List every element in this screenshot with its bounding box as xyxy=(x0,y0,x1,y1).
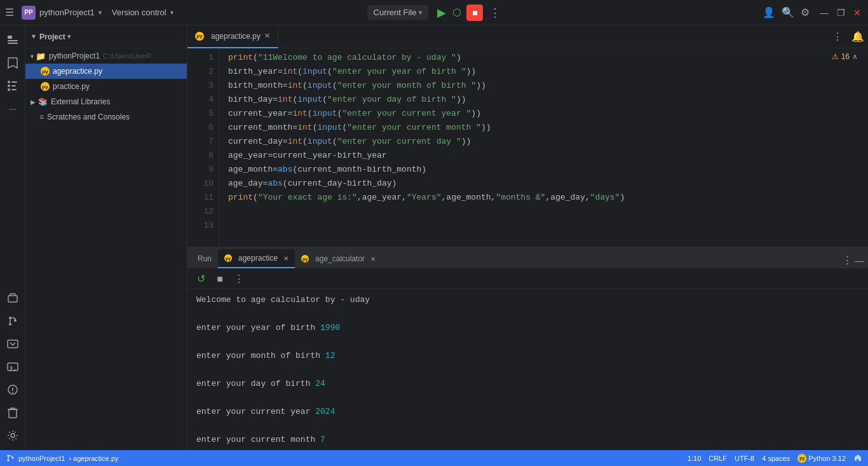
warning-bar[interactable]: ⚠ 16 ∧ xyxy=(832,52,858,61)
statusbar-line-ending[interactable]: CRLF xyxy=(709,454,727,463)
statusbar-file-label: agepractice.py xyxy=(73,455,119,462)
code-editor: 12345 678910 111213 print("11Welcome to … xyxy=(187,48,868,247)
svg-point-10 xyxy=(9,317,11,319)
warning-count: 16 xyxy=(841,52,850,61)
sidebar-item-python-packages[interactable] xyxy=(2,287,24,309)
run-tab-agepractice-label: agepractice xyxy=(238,254,278,263)
statusbar-right: 1:10 CRLF UTF-8 4 spaces py Python 3.12 xyxy=(688,454,862,463)
project-name[interactable]: pythonProject1 xyxy=(39,8,95,17)
tree-expand-icon: ▾ xyxy=(31,53,34,60)
statusbar-git-icon[interactable] xyxy=(853,454,862,463)
sidebar-item-structure[interactable] xyxy=(2,75,24,97)
svg-point-3 xyxy=(8,81,10,83)
notification-bell-icon[interactable]: 🔔 xyxy=(848,31,868,43)
current-file-selector[interactable]: Current File ▾ xyxy=(367,5,429,20)
rerun-button[interactable]: ↺ xyxy=(193,271,209,287)
search-icon[interactable]: 🔍 xyxy=(782,6,794,18)
tree-item-agepractice[interactable]: py agepractice.py xyxy=(25,64,187,79)
tree-item-scratches[interactable]: ≡ Scratches and Consoles xyxy=(25,109,187,125)
sidebar-item-bookmarks[interactable] xyxy=(2,52,24,74)
sidebar-item-settings-bottom[interactable] xyxy=(2,425,24,446)
statusbar-project[interactable]: pythonProject1 xyxy=(18,455,65,462)
run-panel-more-icon[interactable]: ⋮ xyxy=(843,254,852,266)
console-line-1: Welcome to age calculator by - uday xyxy=(196,293,859,307)
folder-icon: 📁 xyxy=(36,51,46,61)
run-tab-age-calculator[interactable]: py age_calculator ✕ xyxy=(295,249,382,268)
run-tab-agecalc-close-icon[interactable]: ✕ xyxy=(370,256,376,263)
code-content[interactable]: print("11Welcome to age calculator by - … xyxy=(219,48,859,247)
sidebar-item-version-control[interactable] xyxy=(2,310,24,332)
window-maximize-button[interactable]: ❐ xyxy=(835,7,846,18)
current-file-label: Current File xyxy=(374,8,417,17)
svg-point-4 xyxy=(8,85,10,87)
statusbar-file[interactable]: › agepractice.py xyxy=(69,455,118,462)
statusbar-position[interactable]: 1:10 xyxy=(688,454,701,463)
sidebar-item-more[interactable]: ··· xyxy=(2,98,24,120)
tab-close-icon[interactable]: ✕ xyxy=(264,32,270,40)
run-panel-minimize-icon[interactable]: — xyxy=(855,255,864,266)
console-output[interactable]: Welcome to age calculator by - uday ente… xyxy=(187,289,868,450)
svg-point-11 xyxy=(9,323,11,326)
project-panel-title: Project xyxy=(39,32,65,41)
tree-extlib-label: External Libraries xyxy=(51,97,110,106)
python-file-icon: py xyxy=(41,82,50,91)
sidebar-item-terminal[interactable] xyxy=(2,356,24,378)
svg-rect-7 xyxy=(11,85,16,86)
app-logo: PP xyxy=(22,6,36,20)
run-toolbar-more-button[interactable]: ⋮ xyxy=(231,271,247,287)
more-options-icon[interactable]: ⋮ xyxy=(489,6,501,20)
run-tab-run[interactable]: Run xyxy=(191,249,218,268)
stop-run-button[interactable]: ■ xyxy=(212,271,228,287)
run-tab-agecalc-py-icon: py xyxy=(301,255,309,263)
external-libraries-icon: 📚 xyxy=(38,97,48,106)
svg-point-22 xyxy=(8,455,10,457)
run-tab-agepractice[interactable]: py agepractice ✕ xyxy=(218,249,295,268)
settings-icon[interactable]: ⚙ xyxy=(801,6,810,18)
collab-icon[interactable]: 👤 xyxy=(763,6,775,18)
console-line-3: enter your month of birth 12 xyxy=(196,349,859,363)
warning-expand-icon[interactable]: ∧ xyxy=(852,52,858,61)
svg-rect-0 xyxy=(8,36,12,39)
svg-rect-6 xyxy=(11,81,17,83)
svg-rect-15 xyxy=(8,363,18,371)
icon-sidebar: ··· xyxy=(0,25,25,450)
editor-scrollbar[interactable] xyxy=(859,48,868,247)
editor-tab-agepractice[interactable]: py agepractice.py ✕ xyxy=(187,25,278,48)
tree-item-external-libraries[interactable]: ▶ 📚 External Libraries xyxy=(25,94,187,109)
panel-collapse-icon[interactable]: ▾ xyxy=(32,32,36,41)
window-close-button[interactable]: ✕ xyxy=(851,7,863,18)
version-control-button[interactable]: Version control xyxy=(112,8,166,17)
python-file-icon: py xyxy=(41,67,50,76)
editor-tabs: py agepractice.py ✕ ⋮ 🔔 xyxy=(187,25,868,48)
svg-point-19 xyxy=(12,392,13,393)
hamburger-icon[interactable]: ☰ xyxy=(5,6,14,18)
sidebar-item-trash[interactable] xyxy=(2,402,24,423)
tree-root-path: C:\Users\UserP... xyxy=(103,52,156,60)
sidebar-item-project[interactable] xyxy=(2,29,24,51)
window-minimize-button[interactable]: — xyxy=(818,7,830,18)
project-panel-chevron-icon: ▾ xyxy=(67,33,71,40)
line-numbers: 12345 678910 111213 xyxy=(187,48,219,247)
editor-area: py agepractice.py ✕ ⋮ 🔔 12345 678910 111… xyxy=(187,25,868,450)
console-line-6: enter your current month 7 xyxy=(196,433,859,447)
sidebar-item-problems[interactable] xyxy=(2,379,24,401)
run-toolbar: ↺ ■ ⋮ xyxy=(187,269,868,289)
stop-button[interactable]: ■ xyxy=(466,4,483,21)
statusbar-encoding[interactable]: UTF-8 xyxy=(735,454,754,463)
statusbar-indent[interactable]: 4 spaces xyxy=(762,454,790,463)
tree-extlib-expand-icon: ▶ xyxy=(31,99,36,106)
debug-button[interactable]: ⬡ xyxy=(452,6,461,18)
run-button[interactable]: ▶ xyxy=(437,6,446,20)
py-tab-icon: py xyxy=(195,32,204,41)
tab-more-icon[interactable]: ⋮ xyxy=(827,31,848,43)
bottom-panel: Run py agepractice ✕ py age_calculator ✕ xyxy=(187,247,868,450)
statusbar-python-version[interactable]: py Python 3.12 xyxy=(797,454,846,463)
statusbar-git[interactable] xyxy=(6,454,15,462)
sidebar-item-run[interactable] xyxy=(2,333,24,355)
tree-item-root[interactable]: ▾ 📁 pythonProject1 C:\Users\UserP... xyxy=(25,48,187,64)
project-panel: ▾ Project ▾ ▾ 📁 pythonProject1 C:\Users\… xyxy=(25,25,187,450)
run-tab-close-icon[interactable]: ✕ xyxy=(283,255,288,262)
statusbar-file-icon: › xyxy=(69,455,71,462)
tree-item-practice[interactable]: py practice.py xyxy=(25,79,187,94)
svg-rect-1 xyxy=(8,40,18,41)
